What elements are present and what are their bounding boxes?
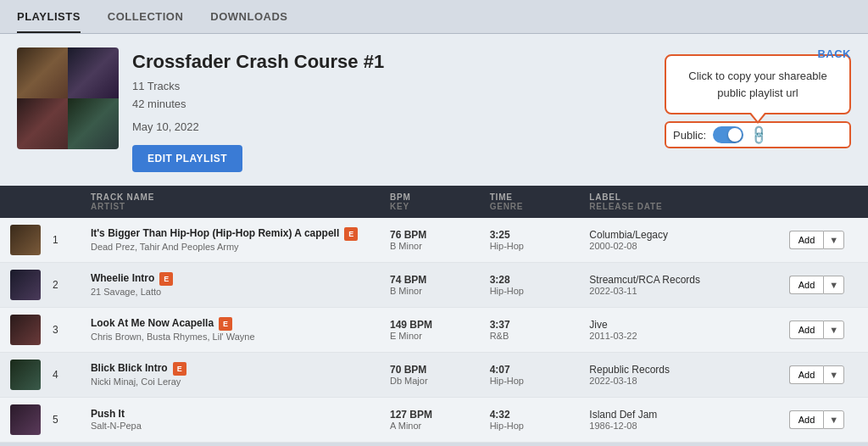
tab-collection[interactable]: COLLECTION (108, 10, 184, 33)
explicit-badge: E (159, 272, 173, 286)
track-time-genre: 3:37 R&B (480, 307, 580, 352)
track-table: TRACK NAME ARTIST BPM KEY TIME GENRE LAB… (0, 186, 868, 443)
toggle-knob (728, 128, 742, 142)
track-bpm-key: 74 BPM B Minor (380, 262, 480, 307)
tab-downloads[interactable]: DOWNLOADS (210, 10, 287, 33)
track-time-genre: 3:25 Hip-Hop (480, 218, 580, 263)
track-actions: Add ▼ (779, 218, 868, 263)
track-time-genre: 3:28 Hip-Hop (480, 262, 580, 307)
track-name: Push It (91, 408, 370, 420)
track-label-date: Streamcut/RCA Records 2022-03-11 (579, 262, 778, 307)
add-dropdown-button[interactable]: ▼ (823, 231, 844, 249)
table-row: 1 It's Bigger Than Hip-Hop (Hip-Hop Remi… (0, 218, 868, 263)
track-name: Blick Blick IntroE (91, 362, 370, 376)
track-artist: Dead Prez, Tahir And Peoples Army (91, 242, 370, 252)
track-actions: Add ▼ (779, 307, 868, 352)
add-dropdown-button[interactable]: ▼ (823, 365, 844, 384)
add-dropdown-button[interactable]: ▼ (823, 410, 844, 429)
add-button[interactable]: Add (789, 410, 824, 429)
add-button[interactable]: Add (789, 365, 824, 384)
track-name: Look At Me Now AcapellaE (91, 317, 370, 331)
track-thumbnail (10, 404, 41, 435)
explicit-badge: E (173, 362, 186, 376)
track-label-date: Columbia/Legacy 2000-02-08 (579, 218, 778, 263)
col-actions-header (779, 186, 868, 218)
track-label-date: Jive 2011-03-22 (579, 307, 778, 352)
public-toggle[interactable] (713, 126, 743, 143)
track-actions: Add ▼ (779, 262, 868, 307)
add-button[interactable]: Add (789, 276, 824, 294)
track-number: 3 (0, 307, 81, 352)
track-artist: Chris Brown, Busta Rhymes, Lil' Wayne (91, 332, 370, 342)
nav-header: PLAYLISTS COLLECTION DOWNLOADS (0, 0, 868, 34)
track-name-cell: Look At Me Now AcapellaE Chris Brown, Bu… (81, 307, 380, 352)
track-actions: Add ▼ (779, 352, 868, 397)
track-time-genre: 4:07 Hip-Hop (480, 352, 580, 397)
table-row: 4 Blick Blick IntroE Nicki Minaj, Coi Le… (0, 352, 868, 397)
back-button[interactable]: BACK (817, 47, 851, 60)
playlist-info: Crossfader Crash Course #1 11 Tracks 42 … (132, 47, 634, 172)
track-name: Wheelie IntroE (91, 272, 370, 286)
track-list: 1 It's Bigger Than Hip-Hop (Hip-Hop Remi… (0, 218, 868, 443)
track-name-cell: Blick Blick IntroE Nicki Minaj, Coi Lera… (81, 352, 380, 397)
col-track-header: TRACK NAME ARTIST (81, 186, 380, 218)
album-art-4 (68, 98, 119, 149)
playlist-cover (17, 47, 119, 149)
track-bpm-key: 70 BPM Db Major (380, 352, 480, 397)
track-label-date: Island Def Jam 1986-12-08 (579, 397, 778, 442)
track-number: 1 (0, 218, 81, 263)
playlist-title: Crossfader Crash Course #1 (132, 51, 634, 73)
add-button[interactable]: Add (789, 231, 824, 249)
add-button[interactable]: Add (789, 321, 824, 339)
track-name: It's Bigger Than Hip-Hop (Hip-Hop Remix)… (91, 227, 370, 241)
track-name-cell: Push It Salt-N-Pepa (81, 397, 380, 442)
explicit-badge: E (219, 317, 232, 331)
add-dropdown-button[interactable]: ▼ (823, 276, 844, 294)
table-header: TRACK NAME ARTIST BPM KEY TIME GENRE LAB… (0, 186, 868, 218)
album-art-1 (17, 47, 68, 98)
track-number: 5 (0, 397, 81, 442)
public-row: Public: 🔗 (665, 121, 851, 148)
track-bpm-key: 127 BPM A Minor (380, 397, 480, 442)
col-bpm-header: BPM KEY (380, 186, 480, 218)
track-name-cell: It's Bigger Than Hip-Hop (Hip-Hop Remix)… (81, 218, 380, 263)
edit-playlist-button[interactable]: EDIT PLAYLIST (132, 145, 242, 172)
tooltip-text: Click to copy your shareable public play… (688, 70, 826, 99)
track-name-cell: Wheelie IntroE 21 Savage, Latto (81, 262, 380, 307)
table-row: 5 Push It Salt-N-Pepa 127 BPM A Minor 4:… (0, 397, 868, 442)
track-time-genre: 4:32 Hip-Hop (480, 397, 580, 442)
public-label: Public: (673, 129, 706, 142)
track-thumbnail (10, 315, 41, 345)
playlist-tracks: 11 Tracks 42 minutes (132, 78, 634, 114)
tab-playlists[interactable]: PLAYLISTS (17, 10, 81, 33)
track-artist: 21 Savage, Latto (91, 287, 370, 297)
table-row: 3 Look At Me Now AcapellaE Chris Brown, … (0, 307, 868, 352)
album-art-2 (68, 47, 119, 98)
track-number: 4 (0, 352, 81, 397)
table-row: 2 Wheelie IntroE 21 Savage, Latto 74 BPM… (0, 262, 868, 307)
explicit-badge: E (344, 227, 358, 241)
col-time-header: TIME GENRE (480, 186, 580, 218)
col-num-header (0, 186, 81, 218)
playlist-header: Crossfader Crash Course #1 11 Tracks 42 … (0, 34, 868, 186)
track-artist: Nicki Minaj, Coi Leray (91, 376, 370, 387)
track-number: 2 (0, 262, 81, 307)
public-area: Click to copy your shareable public play… (665, 54, 851, 148)
col-label-header: LABEL RELEASE DATE (579, 186, 778, 218)
copy-link-icon[interactable]: 🔗 (747, 123, 771, 147)
track-label-date: Republic Records 2022-03-18 (579, 352, 778, 397)
album-art-3 (17, 98, 68, 149)
track-thumbnail (10, 360, 41, 390)
track-bpm-key: 149 BPM E Minor (380, 307, 480, 352)
track-artist: Salt-N-Pepa (91, 421, 370, 431)
track-thumbnail (10, 270, 41, 300)
add-dropdown-button[interactable]: ▼ (823, 321, 844, 339)
track-thumbnail (10, 225, 41, 255)
track-actions: Add ▼ (779, 397, 868, 442)
track-bpm-key: 76 BPM B Minor (380, 218, 480, 263)
tooltip-box: Click to copy your shareable public play… (665, 54, 851, 114)
playlist-date: May 10, 2022 (132, 120, 634, 133)
